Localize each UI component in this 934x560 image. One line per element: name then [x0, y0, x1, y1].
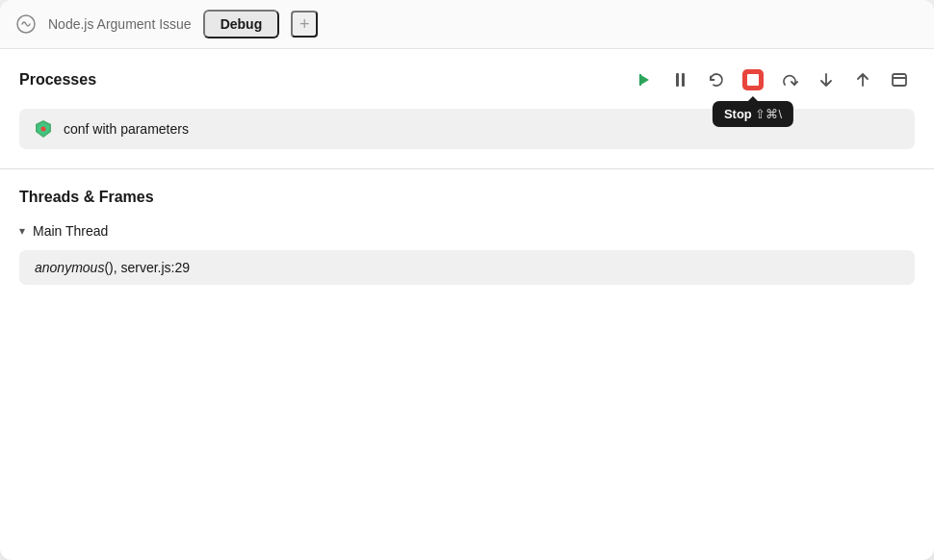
- debug-tab[interactable]: Debug: [203, 10, 280, 38]
- step-up-button[interactable]: [847, 64, 878, 95]
- chevron-down-icon: ▾: [19, 224, 25, 238]
- process-item[interactable]: conf with parameters: [19, 109, 915, 149]
- pause-button[interactable]: [664, 64, 695, 95]
- thread-name: Main Thread: [33, 223, 108, 239]
- frame-location: (), server.js:29: [104, 260, 190, 275]
- thread-item[interactable]: ▾ Main Thread: [19, 223, 915, 239]
- process-icon: [33, 118, 54, 140]
- title-bar: Node.js Argument Issue Debug +: [0, 0, 934, 49]
- step-down-button[interactable]: [811, 64, 842, 95]
- app-window: Node.js Argument Issue Debug + Processes: [0, 0, 934, 560]
- processes-header: Processes: [19, 64, 915, 95]
- process-name: conf with parameters: [64, 121, 189, 137]
- play-button[interactable]: [628, 64, 659, 95]
- threads-title: Threads & Frames: [19, 189, 915, 206]
- svg-rect-3: [893, 74, 906, 86]
- svg-rect-1: [639, 74, 641, 86]
- threads-section: Threads & Frames ▾ Main Thread anonymous…: [0, 189, 934, 285]
- app-icon: [15, 13, 37, 35]
- step-over-button[interactable]: [774, 64, 805, 95]
- svg-rect-2: [747, 74, 759, 86]
- toolbar: Stop ⇧⌘\: [628, 64, 915, 95]
- main-content: Processes: [0, 49, 934, 560]
- section-divider: [0, 168, 934, 169]
- processes-title: Processes: [19, 71, 96, 89]
- app-name: Node.js Argument Issue: [48, 16, 192, 32]
- view-button[interactable]: [884, 64, 915, 95]
- svg-point-6: [41, 127, 46, 132]
- frame-item[interactable]: anonymous(), server.js:29: [19, 250, 915, 285]
- stop-button-container[interactable]: Stop ⇧⌘\: [738, 64, 768, 95]
- rerun-button[interactable]: [701, 64, 732, 95]
- processes-section: Processes: [0, 49, 934, 149]
- add-tab-button[interactable]: +: [291, 11, 318, 38]
- frame-function: anonymous: [35, 260, 104, 275]
- stop-button[interactable]: [742, 69, 764, 90]
